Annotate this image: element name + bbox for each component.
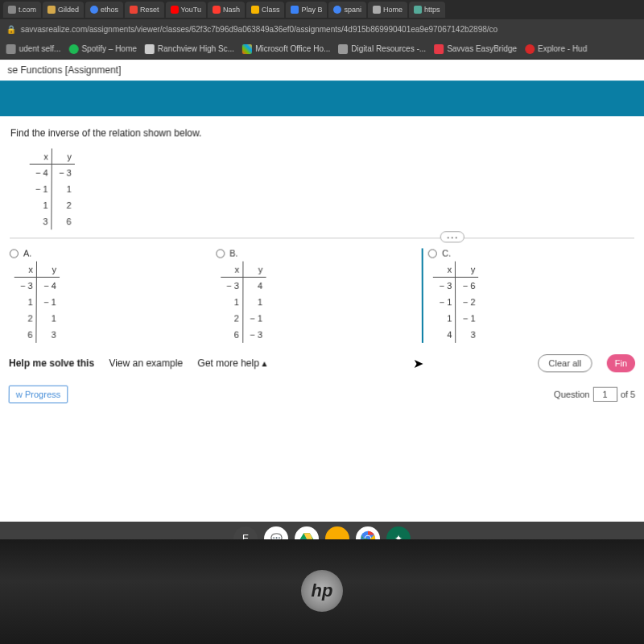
tab[interactable]: Nash: [208, 2, 245, 18]
bookmark-icon: [525, 44, 535, 54]
bookmark[interactable]: Digital Resources -...: [338, 44, 426, 54]
site-icon: [8, 6, 16, 14]
finish-button[interactable]: Fin: [606, 354, 635, 372]
bookmark[interactable]: udent self...: [6, 44, 61, 54]
clear-all-button[interactable]: Clear all: [538, 354, 592, 372]
option-c[interactable]: C. xy − 3− 6 − 1− 2 1− 1 43: [422, 248, 635, 342]
bookmark[interactable]: Spotify – Home: [68, 44, 137, 54]
site-icon: [171, 6, 179, 14]
savvas-icon: [434, 44, 444, 54]
site-icon: [414, 6, 422, 14]
radio-c[interactable]: [428, 249, 437, 258]
bookmark[interactable]: Microsoft Office Ho...: [242, 44, 330, 54]
tab[interactable]: Class: [246, 2, 285, 18]
header-bar: [0, 80, 644, 116]
site-icon: [213, 6, 221, 14]
tab[interactable]: Home: [368, 2, 407, 18]
bookmark-icon: [145, 44, 155, 54]
question-prompt: Find the inverse of the relation shown b…: [10, 127, 634, 138]
tab[interactable]: https: [409, 2, 445, 18]
url-bar[interactable]: 🔒 savvasrealize.com/assignments/viewer/c…: [0, 19, 644, 39]
question-number-input[interactable]: 1: [592, 387, 617, 402]
tab[interactable]: spani: [328, 2, 366, 18]
tab[interactable]: Gilded: [43, 2, 84, 18]
site-icon: [333, 6, 341, 14]
site-icon: [90, 6, 98, 14]
site-icon: [130, 6, 138, 14]
help-solve-button[interactable]: Help me solve this: [9, 357, 94, 369]
site-icon: [373, 6, 381, 14]
more-button[interactable]: • • •: [440, 231, 464, 242]
microsoft-icon: [242, 44, 252, 54]
progress-button[interactable]: w Progress: [9, 386, 68, 403]
tab[interactable]: t.com: [3, 2, 41, 18]
radio-b[interactable]: [216, 249, 225, 258]
browser-tabs: t.com Gilded ethos Reset YouTu Nash Clas…: [0, 0, 644, 19]
question-total: of 5: [621, 390, 636, 399]
answer-options: A. xy − 3− 4 1− 1 21 63 B. xy − 34 11 2−…: [0, 243, 644, 342]
bookmark-icon: [6, 44, 16, 54]
spotify-icon: [68, 44, 78, 54]
url-text: savvasrealize.com/assignments/viewer/cla…: [21, 24, 498, 33]
page-title: se Functions [Assignment]: [0, 60, 644, 80]
hp-logo: hp: [301, 570, 343, 612]
given-table: xy − 4− 3 − 11 12 36: [29, 148, 75, 229]
site-icon: [47, 6, 56, 14]
get-more-help-button[interactable]: Get more help ▴: [197, 357, 266, 369]
radio-a[interactable]: [10, 249, 19, 258]
help-row: Help me solve this View an example Get m…: [0, 343, 644, 379]
site-icon: [291, 6, 299, 14]
bookmark-icon: [338, 44, 348, 54]
bookmark[interactable]: Explore - Hud: [525, 44, 587, 54]
lock-icon: 🔒: [6, 24, 16, 33]
tab[interactable]: Reset: [125, 2, 164, 18]
problem-area: Find the inverse of the relation shown b…: [0, 116, 644, 238]
bookmark[interactable]: Savvas EasyBridge: [434, 44, 517, 54]
tab[interactable]: Play B: [286, 2, 327, 18]
option-a[interactable]: A. xy − 3− 4 1− 1 21 63: [9, 248, 216, 342]
tab[interactable]: ethos: [85, 2, 123, 18]
bookmark[interactable]: Ranchview High Sc...: [145, 44, 234, 54]
site-icon: [251, 6, 259, 14]
divider: • • •: [10, 237, 634, 238]
option-b[interactable]: B. xy − 34 11 2− 1 6− 3: [216, 248, 423, 342]
footer-row: w Progress Question 1 of 5: [0, 379, 644, 411]
tab[interactable]: YouTu: [166, 2, 206, 18]
view-example-button[interactable]: View an example: [109, 357, 183, 369]
question-label: Question: [554, 390, 589, 399]
screen: t.com Gilded ethos Reset YouTu Nash Clas…: [0, 0, 644, 570]
bookmarks-bar: udent self... Spotify – Home Ranchview H…: [0, 39, 644, 60]
page-content: se Functions [Assignment] Find the inver…: [0, 60, 644, 570]
